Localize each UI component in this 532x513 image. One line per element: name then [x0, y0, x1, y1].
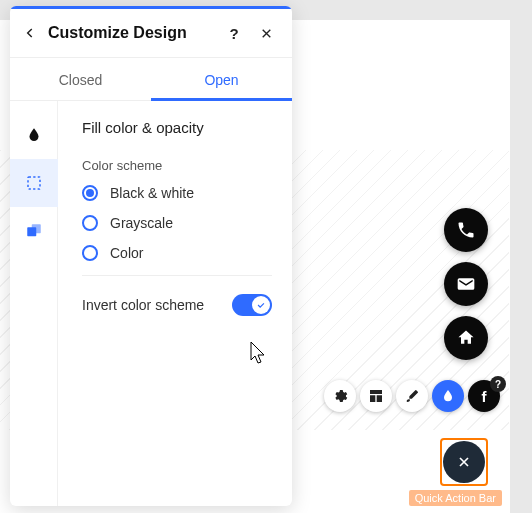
panel-title: Customize Design: [48, 24, 222, 42]
facebook-icon: f: [482, 388, 487, 405]
tab-open[interactable]: Open: [151, 58, 292, 100]
layout-tool[interactable]: [360, 380, 392, 412]
radio-grayscale[interactable]: Grayscale: [82, 215, 272, 231]
phone-button[interactable]: [444, 208, 488, 252]
divider: [82, 275, 272, 276]
close-panel-icon[interactable]: [254, 21, 278, 45]
radio-icon: [82, 185, 98, 201]
panel-content: Fill color & opacity Color scheme Black …: [58, 101, 292, 506]
radio-color[interactable]: Color: [82, 245, 272, 261]
panel-header: Customize Design ?: [10, 9, 292, 58]
selected-close-action: [440, 438, 488, 486]
quick-action-bar-label: Quick Action Bar: [409, 490, 502, 506]
help-badge-icon[interactable]: ?: [490, 376, 506, 392]
brush-tool[interactable]: [396, 380, 428, 412]
quick-action-buttons: [444, 208, 488, 360]
toggle-knob: [252, 296, 270, 314]
radio-black-white[interactable]: Black & white: [82, 185, 272, 201]
color-scheme-label: Color scheme: [82, 158, 272, 173]
svg-rect-2: [31, 224, 40, 233]
tab-closed[interactable]: Closed: [10, 58, 151, 100]
settings-tool[interactable]: [324, 380, 356, 412]
close-action-button[interactable]: [443, 441, 485, 483]
section-title: Fill color & opacity: [82, 119, 272, 136]
fill-tool[interactable]: [432, 380, 464, 412]
design-tool-row: f ?: [324, 380, 500, 412]
invert-label: Invert color scheme: [82, 297, 204, 313]
drop-icon: [10, 111, 58, 159]
radio-icon: [82, 215, 98, 231]
radio-label: Color: [110, 245, 143, 261]
help-icon[interactable]: ?: [222, 21, 246, 45]
radio-icon: [82, 245, 98, 261]
invert-toggle[interactable]: [232, 294, 272, 316]
canvas-scrollgutter: [510, 0, 532, 513]
back-icon[interactable]: [20, 23, 40, 43]
facebook-button[interactable]: f ?: [468, 380, 500, 412]
home-button[interactable]: [444, 316, 488, 360]
side-tabs: [10, 101, 58, 506]
radio-label: Grayscale: [110, 215, 173, 231]
svg-rect-0: [28, 177, 40, 189]
side-tab-layers[interactable]: [10, 207, 58, 255]
email-button[interactable]: [444, 262, 488, 306]
radio-label: Black & white: [110, 185, 194, 201]
panel-tabs: Closed Open: [10, 58, 292, 101]
customize-design-panel: Customize Design ? Closed Open Fill colo…: [10, 6, 292, 506]
invert-toggle-row: Invert color scheme: [82, 294, 272, 316]
side-tab-selection[interactable]: [10, 159, 58, 207]
